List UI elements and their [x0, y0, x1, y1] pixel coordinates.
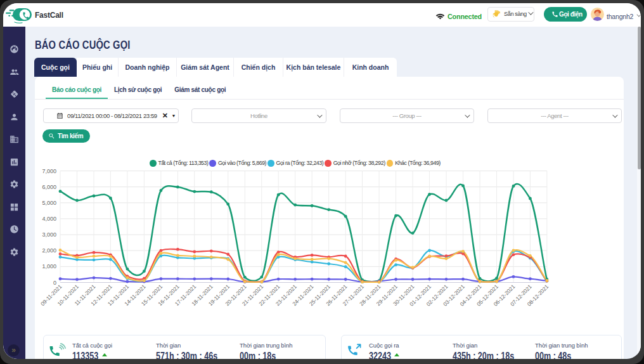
svg-text:4,000: 4,000: [42, 216, 56, 222]
svg-text:3,000: 3,000: [42, 231, 56, 238]
svg-text:0: 0: [53, 280, 56, 286]
svg-text:7,000: 7,000: [42, 168, 56, 174]
svg-text:2,000: 2,000: [42, 247, 56, 254]
svg-text:5,000: 5,000: [42, 200, 56, 206]
svg-text:6,000: 6,000: [42, 184, 56, 190]
svg-text:1,000: 1,000: [42, 263, 56, 270]
